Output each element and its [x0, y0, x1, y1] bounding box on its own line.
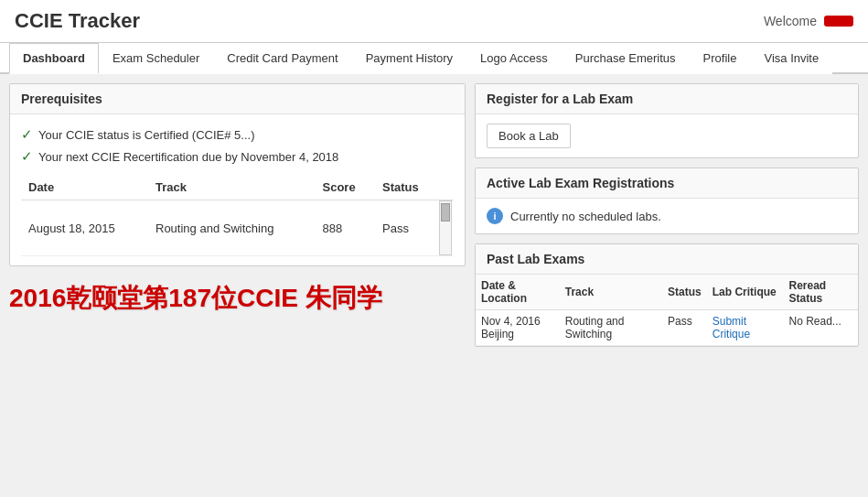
tab-payment-history[interactable]: Payment History — [352, 43, 466, 74]
cell-track: Routing and Switching — [148, 200, 316, 256]
col-track: Track — [148, 175, 316, 200]
cell-date: August 18, 2015 — [21, 200, 148, 256]
active-lab-header: Active Lab Exam Registrations — [476, 168, 858, 199]
prerequisites-body: ✓ Your CCIE status is Certified (CCIE# 5… — [10, 114, 465, 265]
scroll-cell — [439, 200, 454, 256]
prereq-text-1: Your CCIE status is Certified (CCIE# 5..… — [38, 128, 255, 142]
exam-table-container: Date Track Score Status August 18, 2015 … — [21, 167, 454, 256]
left-panel: Prerequisites ✓ Your CCIE status is Cert… — [9, 83, 475, 347]
prerequisites-card: Prerequisites ✓ Your CCIE status is Cert… — [9, 83, 466, 266]
cell-score: 888 — [316, 200, 375, 256]
header-right: Welcome — [764, 14, 853, 28]
tab-dashboard[interactable]: Dashboard — [9, 43, 99, 74]
col-status: Status — [375, 175, 439, 200]
watermark-text: 2016乾颐堂第187位CCIE 朱同学 — [9, 284, 382, 312]
prereq-item-1: ✓ Your CCIE status is Certified (CCIE# 5… — [21, 124, 454, 146]
book-lab-button[interactable]: Book a Lab — [487, 124, 571, 148]
col-date: Date — [21, 175, 148, 200]
register-lab-card: Register for a Lab Exam Book a Lab — [475, 83, 859, 158]
scrollbar[interactable] — [439, 200, 452, 255]
tab-profile[interactable]: Profile — [690, 43, 751, 74]
nav-tabs: Dashboard Exam Scheduler Credit Card Pay… — [0, 43, 868, 74]
col-scroll — [439, 175, 454, 200]
right-panel: Register for a Lab Exam Book a Lab Activ… — [475, 83, 859, 347]
past-col-reread: Reread Status — [784, 275, 859, 310]
no-labs-text: Currently no scheduled labs. — [510, 210, 661, 223]
exam-table: Date Track Score Status August 18, 2015 … — [21, 175, 454, 256]
prereq-text-2: Your next CCIE Recertification due by No… — [38, 150, 338, 164]
tab-purchase-emeritus[interactable]: Purchase Emeritus — [562, 43, 690, 74]
past-col-track: Track — [560, 275, 662, 310]
past-cell-critique: Submit Critique — [707, 310, 784, 346]
past-cell-date: Nov 4, 2016Beijing — [476, 310, 560, 346]
past-col-date: Date & Location — [476, 275, 560, 310]
app-title: CCIE Tracker — [15, 9, 140, 33]
table-row: August 18, 2015 Routing and Switching 88… — [21, 200, 454, 256]
past-cell-status: Pass — [662, 310, 707, 346]
no-labs-info: i Currently no scheduled labs. — [487, 208, 847, 224]
welcome-label: Welcome — [764, 14, 817, 28]
tab-logo-access[interactable]: Logo Access — [466, 43, 562, 74]
tab-visa-invite[interactable]: Visa Invite — [750, 43, 832, 74]
past-col-status: Status — [662, 275, 707, 310]
user-menu-button[interactable] — [824, 16, 853, 27]
main-content: Prerequisites ✓ Your CCIE status is Cert… — [0, 74, 868, 356]
scroll-thumb — [441, 203, 450, 221]
tab-credit-card-payment[interactable]: Credit Card Payment — [213, 43, 351, 74]
prereq-item-2: ✓ Your next CCIE Recertification due by … — [21, 146, 454, 167]
past-lab-header: Past Lab Exams — [476, 244, 858, 275]
register-lab-body: Book a Lab — [476, 114, 858, 157]
past-lab-table: Date & Location Track Status Lab Critiqu… — [476, 275, 858, 346]
past-table-row: Nov 4, 2016Beijing Routing and Switching… — [476, 310, 858, 346]
cell-status: Pass — [375, 200, 439, 256]
past-col-critique: Lab Critique — [707, 275, 784, 310]
register-lab-header: Register for a Lab Exam — [476, 84, 858, 114]
watermark-container: 2016乾颐堂第187位CCIE 朱同学 — [9, 266, 466, 323]
check-icon-2: ✓ — [21, 148, 33, 165]
prerequisites-header: Prerequisites — [10, 84, 465, 114]
past-cell-track: Routing and Switching — [560, 310, 662, 346]
header: CCIE Tracker Welcome — [0, 0, 868, 43]
info-icon: i — [487, 208, 503, 224]
active-lab-body: i Currently no scheduled labs. — [476, 199, 858, 233]
past-lab-card: Past Lab Exams Date & Location Track Sta… — [475, 243, 859, 347]
submit-critique-link[interactable]: Submit Critique — [713, 315, 750, 340]
past-cell-reread: No Read... — [784, 310, 859, 346]
check-icon-1: ✓ — [21, 126, 33, 143]
active-lab-card: Active Lab Exam Registrations i Currentl… — [475, 167, 859, 234]
tab-exam-scheduler[interactable]: Exam Scheduler — [99, 43, 213, 74]
col-score: Score — [316, 175, 375, 200]
past-lab-body: Date & Location Track Status Lab Critiqu… — [476, 275, 858, 346]
